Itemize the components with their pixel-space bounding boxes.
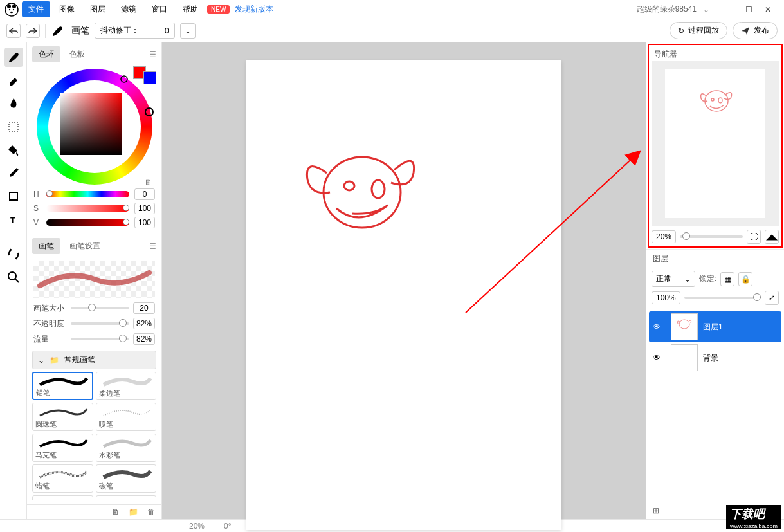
s-slider[interactable] bbox=[46, 205, 129, 212]
user-name[interactable]: 超级的绿茶98541 bbox=[637, 4, 697, 15]
sv-square[interactable] bbox=[60, 93, 122, 155]
new-folder-icon[interactable]: 📁 bbox=[129, 508, 138, 517]
brush-panel-menu-icon[interactable]: ☰ bbox=[149, 242, 156, 251]
s-value[interactable]: 100 bbox=[134, 203, 155, 214]
brush-item[interactable]: 喷笔 bbox=[96, 403, 157, 431]
blend-mode-dropdown[interactable]: 正常⌄ bbox=[652, 271, 695, 287]
redo-button[interactable] bbox=[26, 24, 40, 38]
new-brush-icon[interactable]: 🗎 bbox=[112, 508, 120, 517]
layer-name: 背景 bbox=[703, 353, 718, 363]
navigator-zoom-value[interactable]: 20% bbox=[652, 230, 676, 243]
brush-item[interactable]: 水彩笔 bbox=[96, 434, 157, 462]
eraser-tool[interactable] bbox=[4, 71, 23, 90]
background-color[interactable] bbox=[143, 71, 156, 84]
v-value[interactable]: 100 bbox=[134, 217, 155, 228]
menu-filter[interactable]: 滤镜 bbox=[114, 1, 143, 17]
svg-point-15 bbox=[344, 181, 354, 190]
brush-group-header[interactable]: ⌄ 📁 常规画笔 bbox=[32, 351, 156, 369]
svg-point-9 bbox=[8, 272, 16, 280]
jitter-dropdown[interactable]: ⌄ bbox=[180, 23, 196, 39]
layer-opacity-slider[interactable] bbox=[684, 297, 761, 299]
new-badge: NEW bbox=[207, 5, 230, 14]
lock-all-icon[interactable]: 🔒 bbox=[738, 272, 752, 286]
fit-screen-icon[interactable]: ⛶ bbox=[747, 230, 761, 244]
window-controls: ─ ☐ ✕ bbox=[720, 5, 780, 14]
svg-point-2 bbox=[12, 5, 16, 8]
size-value[interactable]: 20 bbox=[133, 302, 155, 314]
layer-item[interactable]: 👁 背景 bbox=[649, 342, 781, 373]
brush-item[interactable]: 柔边笔 bbox=[96, 372, 157, 400]
svg-point-5 bbox=[10, 11, 13, 12]
brush-item[interactable]: 毛刷 bbox=[32, 495, 93, 500]
replay-icon: ↻ bbox=[678, 26, 684, 35]
smudge-tool[interactable] bbox=[4, 94, 23, 113]
save-color-icon[interactable]: 🗎 bbox=[145, 178, 152, 187]
marquee-tool[interactable] bbox=[4, 117, 23, 136]
brush-item[interactable]: 蜡笔 bbox=[32, 464, 93, 493]
user-dropdown-icon[interactable]: ⌄ bbox=[703, 5, 709, 14]
navigator-zoom-slider[interactable] bbox=[680, 235, 743, 238]
brush-item[interactable]: 圆珠笔 bbox=[32, 403, 93, 431]
collapse-icon: ⌄ bbox=[38, 356, 44, 365]
shape-tool[interactable] bbox=[4, 187, 23, 206]
maximize-button[interactable]: ☐ bbox=[745, 5, 754, 14]
close-button[interactable]: ✕ bbox=[765, 5, 774, 14]
visibility-icon[interactable]: 👁 bbox=[653, 322, 666, 331]
fill-tool[interactable] bbox=[4, 140, 23, 160]
brush-item[interactable]: 像素笔 bbox=[96, 495, 157, 500]
lock-label: 锁定: bbox=[699, 273, 716, 284]
opacity-value[interactable]: 82% bbox=[133, 318, 155, 329]
minimize-button[interactable]: ─ bbox=[726, 5, 735, 14]
color-picker[interactable]: 🗎 bbox=[27, 66, 161, 187]
menu-layer[interactable]: 图层 bbox=[84, 1, 112, 17]
undo-button[interactable] bbox=[6, 24, 21, 38]
zoom-tool[interactable] bbox=[4, 268, 23, 287]
navigator-preview[interactable] bbox=[652, 61, 779, 226]
tool-name-label: 画笔 bbox=[71, 25, 89, 37]
tab-swatches[interactable]: 色板 bbox=[63, 46, 91, 62]
s-label: S bbox=[33, 204, 41, 213]
menu-help[interactable]: 帮助 bbox=[176, 1, 205, 17]
flow-value[interactable]: 82% bbox=[133, 333, 155, 345]
layer-list: 👁 图层1 👁 背景 bbox=[649, 311, 781, 373]
tab-brush-settings[interactable]: 画笔设置 bbox=[63, 238, 107, 254]
svg-rect-6 bbox=[9, 122, 18, 131]
flip-icon[interactable]: ◢◣ bbox=[765, 230, 779, 244]
tab-color-ring[interactable]: 色环 bbox=[32, 46, 60, 62]
brush-tool[interactable] bbox=[4, 48, 23, 67]
h-slider[interactable] bbox=[46, 191, 129, 197]
menu-image[interactable]: 图像 bbox=[53, 1, 81, 17]
navigator-panel: 导航器 20% ⛶ bbox=[648, 44, 783, 248]
color-swap[interactable] bbox=[133, 66, 156, 84]
new-version-link[interactable]: 发现新版本 bbox=[235, 4, 273, 15]
text-tool[interactable]: T bbox=[4, 210, 23, 229]
options-toolbar: 画笔 抖动修正： 0 ⌄ ↻ 过程回放 发布 bbox=[0, 19, 784, 42]
menu-file[interactable]: 文件 bbox=[22, 1, 50, 17]
size-slider[interactable] bbox=[71, 307, 129, 309]
delete-brush-icon[interactable]: 🗑 bbox=[147, 508, 155, 517]
menu-window[interactable]: 窗口 bbox=[145, 1, 174, 17]
layer-opacity-value[interactable]: 100% bbox=[652, 291, 680, 304]
opacity-slider[interactable] bbox=[71, 322, 129, 325]
layer-item[interactable]: 👁 图层1 bbox=[649, 311, 781, 342]
brush-item[interactable]: 马克笔 bbox=[32, 434, 93, 462]
tab-brush[interactable]: 画笔 bbox=[32, 238, 60, 254]
v-slider[interactable] bbox=[46, 219, 129, 226]
canvas-area[interactable] bbox=[162, 42, 646, 519]
brush-item[interactable]: 碳笔 bbox=[96, 464, 157, 493]
jitter-input[interactable]: 抖动修正： 0 bbox=[95, 23, 175, 39]
transform-tool[interactable] bbox=[4, 244, 23, 264]
visibility-icon[interactable]: 👁 bbox=[653, 353, 666, 362]
h-value[interactable]: 0 bbox=[134, 188, 155, 200]
svg-rect-7 bbox=[10, 192, 17, 200]
add-layer-icon[interactable]: ⊞ bbox=[653, 506, 659, 515]
lock-pixels-icon[interactable]: ▦ bbox=[720, 272, 734, 286]
publish-button[interactable]: 发布 bbox=[733, 22, 778, 39]
eyedropper-tool[interactable] bbox=[4, 163, 23, 183]
flow-slider[interactable] bbox=[71, 338, 129, 340]
svg-line-10 bbox=[15, 279, 19, 282]
replay-button[interactable]: ↻ 过程回放 bbox=[670, 22, 727, 39]
panel-menu-icon[interactable]: ☰ bbox=[149, 50, 156, 59]
brush-item[interactable]: 铅笔 bbox=[32, 372, 93, 400]
layer-menu-icon[interactable]: ⤢ bbox=[765, 291, 779, 305]
